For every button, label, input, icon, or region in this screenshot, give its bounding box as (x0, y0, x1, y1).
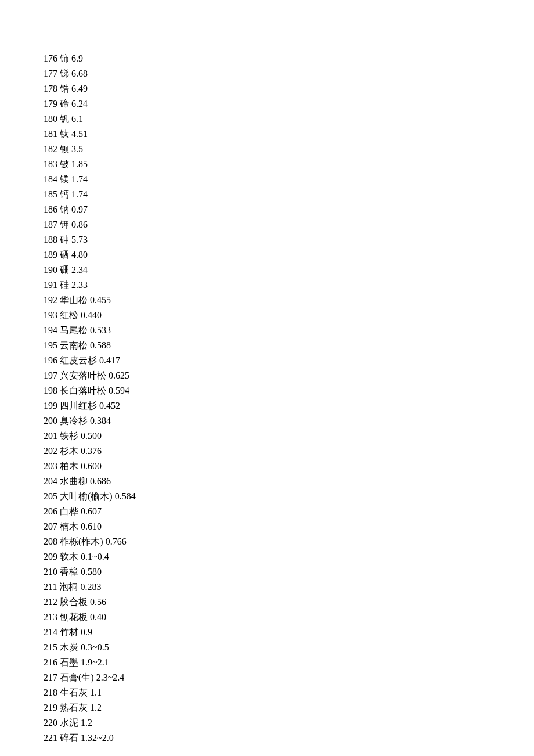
row-number: 218 (44, 687, 57, 697)
list-item: 196 红皮云杉 0.417 (44, 353, 534, 368)
row-number: 217 (44, 672, 57, 682)
material-name: 钛 (60, 129, 69, 139)
list-item: 221 碎石 1.32~2.0 (44, 730, 534, 746)
list-item: 199 四川红杉 0.452 (44, 398, 534, 413)
row-number: 203 (44, 461, 57, 471)
list-item: 181 钛 4.51 (44, 127, 534, 142)
density-value: 0.580 (81, 567, 102, 577)
row-number: 211 (44, 582, 57, 592)
density-value: 0.500 (81, 431, 102, 441)
material-name: 华山松 (60, 295, 88, 305)
material-name: 碲 (60, 99, 69, 109)
material-name: 硒 (60, 250, 69, 260)
list-item: 190 硼 2.34 (44, 262, 534, 278)
material-name: 镁 (60, 174, 69, 184)
material-name: 熟石灰 (60, 703, 88, 712)
row-number: 197 (44, 370, 57, 380)
material-name: 钙 (60, 189, 69, 199)
material-name: 碎石 (60, 733, 78, 743)
list-item: 195 云南松 0.588 (44, 338, 534, 353)
row-number: 198 (44, 386, 57, 395)
list-item: 194 马尾松 0.533 (44, 323, 534, 338)
list-item: 179 碲 6.24 (44, 96, 534, 111)
row-number: 182 (44, 144, 57, 154)
density-value: 0.1~0.4 (81, 552, 109, 561)
row-number: 193 (44, 310, 57, 320)
material-name: 兴安落叶松 (60, 370, 106, 380)
material-name: 钠 (60, 204, 69, 214)
row-number: 221 (44, 733, 57, 743)
density-value: 0.9 (81, 627, 92, 637)
density-list: 176 铈 6.9177 锑 6.68178 锆 6.49179 碲 6.241… (44, 51, 534, 746)
row-number: 212 (44, 597, 57, 607)
material-name: 杉木 (60, 446, 78, 456)
row-number: 189 (44, 250, 57, 260)
list-item: 200 臭冷杉 0.384 (44, 413, 534, 429)
row-number: 178 (44, 84, 57, 93)
density-value: 0.600 (81, 461, 102, 471)
list-item: 187 钾 0.86 (44, 217, 534, 232)
material-name: 钒 (60, 114, 69, 124)
row-number: 220 (44, 718, 57, 728)
material-name: 白桦 (60, 506, 78, 516)
list-item: 213 刨花板 0.40 (44, 610, 534, 625)
list-item: 214 竹材 0.9 (44, 625, 534, 640)
list-item: 202 杉木 0.376 (44, 444, 534, 459)
list-item: 192 华山松 0.455 (44, 293, 534, 308)
list-item: 203 柏木 0.600 (44, 459, 534, 474)
row-number: 181 (44, 129, 57, 139)
row-number: 208 (44, 537, 57, 546)
row-number: 184 (44, 174, 57, 184)
density-value: 0.440 (81, 310, 102, 320)
row-number: 200 (44, 416, 57, 426)
material-name: 木炭 (60, 642, 78, 652)
row-number: 176 (44, 53, 57, 63)
row-number: 209 (44, 552, 57, 561)
row-number: 179 (44, 99, 57, 109)
density-value: 4.51 (71, 129, 88, 139)
row-number: 177 (44, 69, 57, 78)
row-number: 185 (44, 189, 57, 199)
row-number: 204 (44, 476, 57, 486)
material-name: 刨花板 (60, 612, 88, 622)
row-number: 180 (44, 114, 57, 124)
row-number: 199 (44, 401, 57, 411)
density-value: 0.283 (80, 582, 101, 592)
material-name: 胶合板 (60, 597, 88, 607)
list-item: 178 锆 6.49 (44, 81, 534, 96)
row-number: 183 (44, 159, 57, 169)
row-number: 216 (44, 657, 57, 667)
list-item: 177 锑 6.68 (44, 66, 534, 81)
material-name: 四川红杉 (60, 401, 97, 411)
list-item: 210 香樟 0.580 (44, 564, 534, 579)
row-number: 187 (44, 219, 57, 229)
density-value: 0.610 (81, 521, 102, 531)
density-value: 0.97 (71, 204, 88, 214)
material-name: 长白落叶松 (60, 386, 106, 395)
material-name: 石墨 (60, 657, 78, 667)
list-item: 184 镁 1.74 (44, 172, 534, 187)
material-name: 马尾松 (60, 325, 88, 335)
list-item: 176 铈 6.9 (44, 51, 534, 66)
list-item: 201 铁杉 0.500 (44, 429, 534, 444)
row-number: 194 (44, 325, 57, 335)
row-number: 214 (44, 627, 57, 637)
density-value: 0.607 (81, 506, 102, 516)
material-name: 红皮云杉 (60, 355, 97, 365)
density-value: 4.80 (71, 250, 88, 260)
list-item: 197 兴安落叶松 0.625 (44, 368, 534, 383)
density-value: 6.9 (71, 53, 83, 63)
list-item: 220 水泥 1.2 (44, 715, 534, 730)
list-item: 209 软木 0.1~0.4 (44, 549, 534, 564)
density-value: 0.56 (90, 597, 106, 607)
material-name: 大叶榆(榆木) (60, 491, 113, 501)
list-item: 185 钙 1.74 (44, 187, 534, 202)
material-name: 水泥 (60, 718, 78, 728)
row-number: 202 (44, 446, 57, 456)
list-item: 183 铍 1.85 (44, 157, 534, 172)
density-value: 0.3~0.5 (81, 642, 109, 652)
list-item: 218 生石灰 1.1 (44, 685, 534, 700)
density-value: 0.594 (109, 386, 129, 395)
list-item: 186 钠 0.97 (44, 202, 534, 217)
row-number: 215 (44, 642, 57, 652)
